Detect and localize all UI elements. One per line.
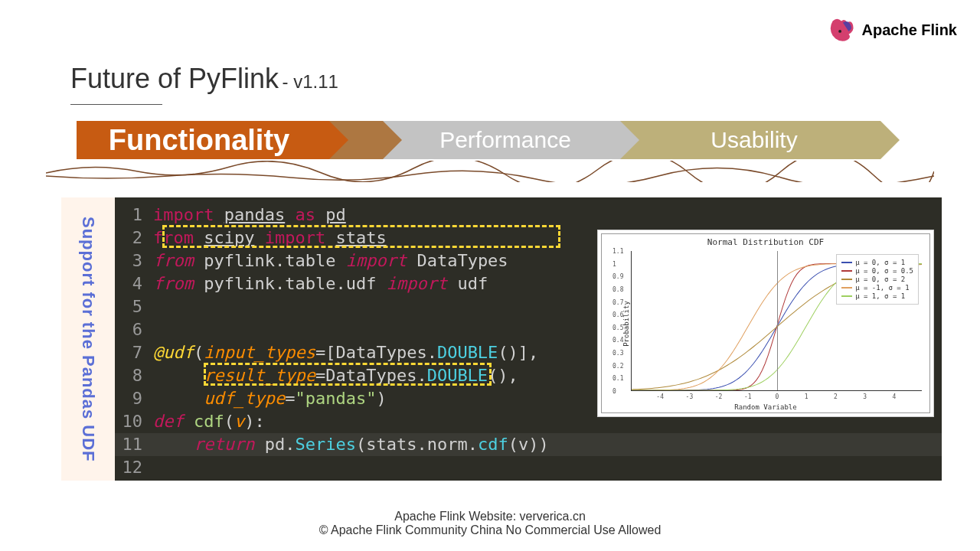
tab-usability: Usability — [620, 121, 880, 159]
footer: Apache Flink Website: ververica.cn © Apa… — [319, 510, 662, 537]
y-tick: 0.3 — [612, 350, 623, 357]
chart-panel: Normal Distribution CDF Probability Rand… — [597, 230, 934, 417]
y-tick: 0 — [612, 388, 616, 395]
x-tick: -4 — [656, 393, 664, 400]
x-tick: 0 — [776, 393, 779, 400]
y-tick: 0.6 — [612, 311, 623, 318]
line-number: 7 — [115, 341, 153, 364]
line-number: 4 — [115, 272, 153, 295]
y-tick: 0.5 — [612, 324, 623, 331]
line-number: 6 — [115, 318, 153, 341]
x-tick: 3 — [863, 393, 867, 400]
chart-xlabel: Random Variable — [734, 403, 796, 411]
line-number: 10 — [115, 410, 153, 433]
x-tick: -2 — [715, 393, 723, 400]
legend-item: μ = -1, σ = 1 — [841, 284, 913, 292]
logo-text: Apache Flink — [862, 21, 957, 39]
tab-label: Usability — [710, 127, 797, 153]
x-tick: 1 — [805, 393, 808, 400]
tab-label: Performance — [439, 127, 571, 153]
tabs-row: Functionality Performance Usability — [77, 121, 880, 159]
y-tick: 0.4 — [612, 337, 623, 344]
wavy-divider — [46, 161, 934, 182]
tab-label: Functionality — [109, 124, 289, 157]
line-number: 5 — [115, 295, 153, 318]
sidebar-label: Support for the Pandas UDF — [78, 217, 98, 462]
legend-item: μ = 0, σ = 1 — [841, 259, 913, 266]
line-number: 8 — [115, 364, 153, 387]
title-main: Future of PyFlink — [70, 63, 279, 94]
line-number: 2 — [115, 227, 153, 249]
legend-item: μ = 0, σ = 2 — [841, 276, 913, 283]
x-tick: 4 — [892, 393, 896, 400]
legend-item: μ = 0, σ = 0.5 — [841, 267, 913, 275]
chart-title: Normal Distribution CDF — [707, 237, 824, 247]
logo: Apache Flink — [827, 15, 957, 44]
slide-title: Future of PyFlink - v1.11 — [70, 63, 338, 105]
title-sub: - v1.11 — [283, 71, 338, 92]
line-number: 12 — [115, 456, 153, 479]
title-underline — [70, 104, 162, 105]
y-tick: 0.8 — [612, 285, 623, 292]
code-block: 1import pandas as pd 2from scipy import … — [115, 197, 942, 481]
footer-line1: Apache Flink Website: ververica.cn — [319, 510, 662, 523]
legend-item: μ = 1, σ = 1 — [841, 292, 913, 300]
tab-functionality: Functionality — [77, 121, 329, 159]
chart-zero-line — [777, 251, 778, 390]
y-tick: 0.7 — [612, 298, 623, 305]
x-tick: -1 — [744, 393, 752, 400]
footer-line2: © Apache Flink Community China No Commer… — [319, 523, 662, 537]
line-number: 3 — [115, 249, 153, 272]
tab-performance: Performance — [383, 121, 620, 159]
svg-point-0 — [838, 30, 841, 33]
line-number: 1 — [115, 204, 153, 227]
y-tick: 1 — [612, 260, 616, 267]
x-tick: -3 — [686, 393, 694, 400]
y-tick: 0.1 — [612, 375, 623, 382]
y-tick: 0.9 — [612, 273, 623, 280]
line-number: 9 — [115, 387, 153, 410]
flink-squirrel-icon — [827, 15, 856, 44]
chart-legend: μ = 0, σ = 1μ = 0, σ = 0.5μ = 0, σ = 2μ … — [836, 254, 919, 305]
sidebar: Support for the Pandas UDF — [61, 197, 115, 481]
line-number: 11 — [115, 433, 153, 456]
y-tick: 0.2 — [612, 362, 623, 369]
x-tick: 2 — [834, 393, 838, 400]
content-area: Support for the Pandas UDF 1import panda… — [61, 197, 942, 481]
y-tick: 1.1 — [612, 248, 623, 255]
